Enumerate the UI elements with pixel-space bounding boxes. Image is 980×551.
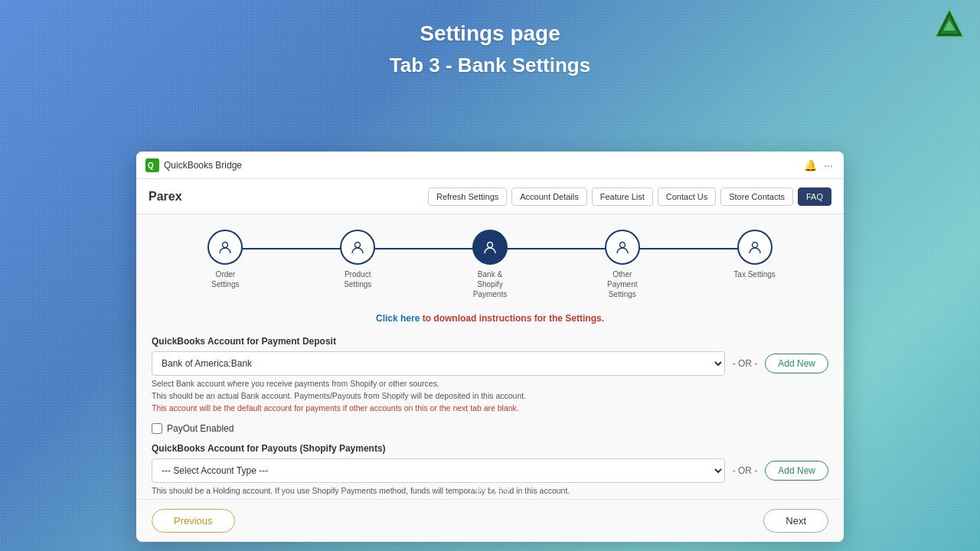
payment-deposit-select[interactable]: Bank of America:Bank [152,351,725,376]
more-icon[interactable]: ··· [822,159,835,171]
svg-point-6 [355,243,361,248]
payment-deposit-hint2: This should be an actual Bank account. P… [152,391,828,400]
step-other-payment[interactable]: OtherPaymentSettings [556,230,688,299]
step-2-circle [340,230,375,265]
instruction-rest: to download instructions for the Setting… [420,313,604,324]
step-4-label: OtherPaymentSettings [607,269,637,299]
page-title-line2: Tab 3 - Bank Settings [0,54,980,77]
payout-enabled-checkbox[interactable] [152,423,162,434]
step-bank-settings[interactable]: Bank &ShopifyPayments [424,230,557,299]
bell-icon[interactable]: 🔔 [804,159,816,171]
payout-enabled-row: PayOut Enabled [152,423,828,434]
app-footer: Previous Next [136,499,844,542]
ada-new-badge: Ada New [470,482,511,494]
title-bar: Q QuickBooks Bridge 🔔 ··· [136,152,844,179]
instruction-link: Click here to download instructions for … [152,313,828,324]
payouts-row: --- Select Account Type --- - OR - Add N… [152,458,828,483]
step-1-circle [207,230,243,265]
payouts-or: - OR - [733,465,758,476]
payment-deposit-row: Bank of America:Bank - OR - Add New [152,351,828,376]
svg-point-9 [752,243,757,248]
download-instructions-link[interactable]: Click here [376,313,420,324]
step-tax-settings[interactable]: Tax Settings [688,230,821,279]
step-3-circle [472,230,508,265]
payment-deposit-label: QuickBooks Account for Payment Deposit [152,336,828,347]
app-brand: Parex [149,190,428,204]
app-logo: Q [145,158,159,172]
logo-icon [933,8,966,41]
nav-contact-us[interactable]: Contact Us [658,187,716,206]
step-1-label: OrderSettings [211,269,239,289]
payment-deposit-add-new[interactable]: Add New [765,354,828,373]
payout-enabled-label: PayOut Enabled [167,423,234,434]
svg-point-7 [487,243,492,248]
payouts-select[interactable]: --- Select Account Type --- [152,458,725,483]
page-title-line1: Settings page [0,21,980,46]
step-order-settings[interactable]: OrderSettings [159,230,292,289]
payment-deposit-hint3: This account will be the default account… [152,403,828,412]
payouts-label: QuickBooks Account for Payouts (Shopify … [152,443,828,454]
titlebar-app-name: QuickBooks Bridge [164,160,804,171]
step-3-label: Bank &ShopifyPayments [473,269,507,299]
nav-account-details[interactable]: Account Details [511,187,586,206]
step-5-label: Tax Settings [733,269,775,279]
previous-button[interactable]: Previous [152,509,235,533]
app-header: Parex Refresh Settings Account Details F… [136,179,844,214]
nav-buttons: Refresh Settings Account Details Feature… [428,187,831,206]
payment-deposit-hint1: Select Bank account where you receive pa… [152,379,828,388]
payment-deposit-or: - OR - [733,358,758,369]
nav-feature-list[interactable]: Feature List [592,187,653,206]
app-content: OrderSettings ProductSettings [136,214,844,499]
nav-faq[interactable]: FAQ [798,187,831,206]
next-button[interactable]: Next [763,509,828,533]
step-5-circle [737,230,773,265]
nav-store-contacts[interactable]: Store Contacts [720,187,793,206]
step-4-circle [605,230,640,265]
nav-refresh-settings[interactable]: Refresh Settings [428,187,507,206]
titlebar-actions: 🔔 ··· [804,159,835,171]
step-2-label: ProductSettings [344,269,371,289]
payouts-add-new[interactable]: Add New [765,461,828,481]
svg-point-5 [223,243,228,248]
svg-text:Q: Q [148,161,154,170]
svg-point-8 [619,243,625,248]
stepper: OrderSettings ProductSettings [152,230,828,299]
payment-deposit-section: QuickBooks Account for Payment Deposit B… [152,336,828,412]
step-product-settings[interactable]: ProductSettings [292,230,424,289]
